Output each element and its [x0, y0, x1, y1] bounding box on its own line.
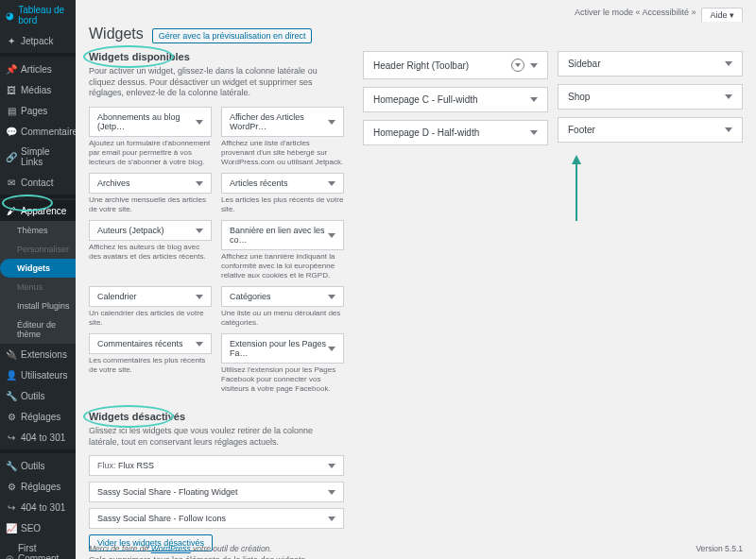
- widget-desc: Une liste ou un menu déroulant des catég…: [221, 309, 344, 328]
- widget-name: Flux: Flux RSS: [97, 461, 154, 470]
- deactivated-widget-item[interactable]: Sassy Social Share - Floating Widget: [89, 482, 344, 502]
- deactivated-widget-item[interactable]: Flux: Flux RSS: [89, 455, 344, 476]
- widget-item[interactable]: Auteurs (Jetpack): [89, 220, 212, 241]
- chevron-down-icon: [328, 181, 335, 186]
- chevron-down-icon: [328, 347, 335, 351]
- menu-contact[interactable]: ✉Contact: [0, 172, 76, 193]
- accessibility-link[interactable]: Activer le mode « Accessibilité »: [575, 8, 696, 22]
- widget-desc: Affichez une bannière indiquant la confo…: [221, 252, 344, 280]
- menu-settings2[interactable]: ⚙Réglages: [0, 476, 76, 497]
- menu-settings[interactable]: ⚙Réglages: [0, 406, 76, 427]
- menu-media[interactable]: 🖾Médias: [0, 79, 76, 100]
- footer-thanks: Merci de faire de WordPress votre outil …: [89, 544, 272, 553]
- zone-name: Footer: [568, 125, 595, 135]
- widget-item[interactable]: Archives: [89, 173, 212, 194]
- deactivated-widget-item[interactable]: Sassy Social Share - Follow Icons: [89, 508, 344, 529]
- menu-dashboard[interactable]: ◕Tableau de bord: [0, 0, 76, 30]
- submenu-theme-editor[interactable]: Éditeur de thème: [0, 315, 76, 344]
- widget-zone[interactable]: Shop: [558, 84, 743, 110]
- chevron-down-icon: [725, 127, 732, 132]
- wrench-icon: 🔧: [6, 460, 17, 471]
- jetpack-icon: ✦: [6, 35, 17, 46]
- widget-desc: Ajoutez un formulaire d'abonnement par e…: [89, 139, 212, 167]
- live-preview-button[interactable]: Gérer avec la prévisualisation en direct: [152, 28, 313, 43]
- zone-name: Homepage C - Full-width: [373, 94, 478, 105]
- widget-zone[interactable]: Homepage D - Half-width: [363, 120, 548, 145]
- widget-desc: Un calendrier des articles de votre site…: [89, 309, 212, 328]
- menu-tools2[interactable]: 🔧Outils: [0, 455, 76, 476]
- menu-extensions[interactable]: 🔌Extensions: [0, 344, 76, 364]
- menu-users[interactable]: 👤Utilisateurs: [0, 364, 76, 385]
- widget-zone[interactable]: Sidebar: [558, 51, 743, 76]
- menu-simple-links[interactable]: 🔗Simple Links: [0, 142, 76, 172]
- chevron-down-icon: [196, 120, 203, 125]
- submenu-menus[interactable]: Menus: [0, 278, 76, 296]
- menu-posts[interactable]: 📌Articles: [0, 59, 76, 79]
- widget-item[interactable]: Articles récents: [221, 173, 344, 194]
- widget-zone[interactable]: Header Right (Toolbar): [363, 51, 548, 79]
- chevron-down-icon: [196, 181, 203, 186]
- chevron-down-icon: [530, 97, 538, 102]
- page-icon: ▤: [6, 105, 17, 116]
- menu-404[interactable]: ↪404 to 301: [0, 427, 76, 448]
- deactivated-widgets-heading: Widgets désactivés: [89, 411, 185, 422]
- menu-jetpack[interactable]: ✦Jetpack: [0, 30, 76, 51]
- help-tab[interactable]: Aide ▾: [701, 8, 743, 22]
- comment-icon: 💬: [6, 126, 17, 137]
- widget-item[interactable]: Afficher des Articles WordPr…: [221, 107, 344, 137]
- widget-name: Articles récents: [230, 178, 288, 188]
- annotation-arrow: [569, 155, 584, 221]
- widget-item[interactable]: Abonnements au blog (Jetp…: [89, 107, 212, 137]
- chevron-down-icon: [530, 130, 538, 135]
- widget-zone[interactable]: Homepage C - Full-width: [363, 87, 548, 112]
- submenu-themes[interactable]: Thèmes: [0, 221, 76, 240]
- footer-version: Version 5.5.1: [696, 544, 743, 553]
- redirect-icon: ↪: [6, 432, 17, 443]
- wordpress-link[interactable]: WordPress: [151, 544, 191, 553]
- chevron-down-icon: [530, 63, 538, 68]
- admin-sidebar: ◕Tableau de bord ✦Jetpack 📌Articles 🖾Méd…: [0, 0, 76, 559]
- zone-name: Sidebar: [568, 59, 600, 69]
- chevron-down-icon: [196, 342, 203, 347]
- dashboard-icon: ◕: [6, 9, 14, 21]
- menu-pages[interactable]: ▤Pages: [0, 100, 76, 121]
- available-desc: Pour activer un widget, glissez-le dans …: [89, 66, 344, 99]
- widget-name: Afficher des Articles WordPr…: [230, 112, 328, 131]
- widget-name: Auteurs (Jetpack): [97, 226, 164, 235]
- submenu-widgets[interactable]: Widgets: [0, 259, 76, 278]
- svg-marker-1: [572, 155, 581, 164]
- pin-icon: 📌: [6, 63, 17, 75]
- seo-icon: 📈: [6, 522, 17, 534]
- widget-name: Catégories: [230, 292, 271, 301]
- widget-item[interactable]: Extension pour les Pages Fa…: [221, 333, 344, 364]
- submenu-install-plugins[interactable]: Install Plugins: [0, 296, 76, 315]
- widget-item[interactable]: Commentaires récents: [89, 333, 212, 354]
- widget-item[interactable]: Catégories: [221, 286, 344, 307]
- widget-zone[interactable]: Footer: [558, 117, 743, 143]
- widget-desc: Une archive mensuelle des articles de vo…: [89, 195, 212, 214]
- chevron-down-icon: [725, 94, 732, 99]
- widget-desc: Affichez une liste d'articles provenant …: [221, 139, 344, 167]
- submenu-customize[interactable]: Personnaliser: [0, 240, 76, 259]
- chevron-down-icon: [196, 229, 203, 233]
- appearance-submenu: Thèmes Personnaliser Widgets Menus Insta…: [0, 221, 76, 344]
- widget-item[interactable]: Calendrier: [89, 286, 212, 307]
- menu-fcr[interactable]: ◎First Comment Redirect: [0, 538, 76, 559]
- chevron-down-icon: [328, 464, 335, 468]
- widget-name: Bannière en lien avec les co…: [230, 226, 328, 245]
- chevron-down-icon: [328, 295, 335, 299]
- menu-appearance[interactable]: 🖌Apparence: [0, 200, 76, 221]
- gear-icon: ⚙: [6, 411, 17, 422]
- widget-desc: Affichez les auteurs de blog avec des av…: [89, 243, 212, 262]
- mail-icon: ✉: [6, 177, 17, 188]
- widget-item[interactable]: Bannière en lien avec les co…: [221, 220, 344, 250]
- menu-comments[interactable]: 💬Commentaires: [0, 121, 76, 142]
- zone-name: Shop: [568, 92, 590, 102]
- widget-desc: Utilisez l'extension pour les Pages Face…: [221, 365, 344, 394]
- widget-name: Calendrier: [97, 292, 137, 301]
- menu-tools[interactable]: 🔧Outils: [0, 385, 76, 406]
- deactivated-desc: Glissez ici les widgets que vous voulez …: [89, 426, 344, 448]
- menu-seo[interactable]: 📈SEO: [0, 517, 76, 538]
- menu-404b[interactable]: ↪404 to 301: [0, 497, 76, 517]
- widget-name: Sassy Social Share - Follow Icons: [97, 514, 226, 523]
